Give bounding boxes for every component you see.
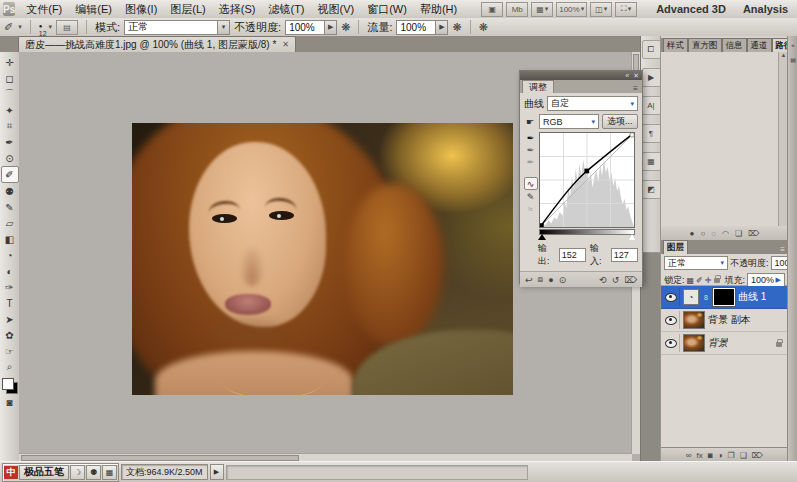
delete-adjustment-icon[interactable]: ⌦	[624, 275, 637, 285]
pen-tool-icon[interactable]: ✑	[1, 279, 18, 295]
menu-edit[interactable]: 编辑(E)	[69, 1, 118, 18]
add-layer-mask-icon[interactable]: ◙	[708, 451, 713, 460]
curves-preset-select[interactable]: 自定▾	[547, 96, 638, 111]
lock-pixels-icon[interactable]: ✐	[696, 276, 703, 285]
tab-adjustments[interactable]: 调整	[522, 80, 554, 93]
dodge-tool-icon[interactable]: ◐	[1, 263, 18, 279]
ime-name[interactable]: 极品五笔	[19, 465, 69, 480]
menu-image[interactable]: 图像(I)	[119, 1, 163, 18]
channel-select[interactable]: RGB▾	[539, 114, 599, 129]
layer-comps-panel-icon[interactable]: ▦	[642, 152, 661, 171]
menu-file[interactable]: 文件(F)	[20, 1, 68, 18]
paths-panel-body[interactable]: ▲	[661, 52, 788, 227]
path-selection-tool-icon[interactable]: ➤	[1, 311, 18, 327]
menu-help[interactable]: 帮助(H)	[414, 1, 463, 18]
layer-row-background[interactable]: 背景	[661, 332, 788, 355]
dock-panel-icon[interactable]: ▤	[790, 56, 796, 63]
collapse-dock-icon[interactable]: «	[791, 42, 794, 48]
close-panel-icon[interactable]: ✕	[633, 72, 639, 79]
layer-name[interactable]: 背景	[708, 336, 728, 350]
gray-point-eyedropper-icon[interactable]: ✒	[525, 144, 537, 155]
ime-language-icon[interactable]: 中	[4, 466, 18, 479]
eraser-tool-icon[interactable]: ▱	[1, 215, 18, 231]
menu-filter[interactable]: 滤镜(T)	[262, 1, 310, 18]
lock-all-icon[interactable]	[714, 278, 720, 283]
actions-panel-icon[interactable]: ▶	[642, 68, 661, 87]
tab-styles[interactable]: 样式	[663, 38, 688, 52]
launch-bridge-icon[interactable]: ▣	[481, 2, 503, 17]
status-options-arrow-icon[interactable]: ▶	[210, 464, 224, 480]
ime-punct-icon[interactable]: ⚉	[86, 465, 101, 480]
gradient-tool-icon[interactable]: ◧	[1, 231, 18, 247]
targeted-adjustment-icon[interactable]: ☛	[524, 116, 536, 127]
blur-tool-icon[interactable]: ◔	[1, 247, 18, 263]
menu-view[interactable]: 视图(V)	[312, 1, 361, 18]
opacity-input[interactable]: 100%	[285, 20, 325, 35]
reset-adjustment-icon[interactable]: ↺	[612, 275, 620, 285]
close-document-icon[interactable]: ✕	[282, 40, 289, 49]
color-panel-icon[interactable]: ◩	[642, 180, 661, 199]
white-point-eyedropper-icon[interactable]: ✒	[525, 156, 537, 167]
clip-to-layer-icon[interactable]: ⧈	[538, 274, 544, 285]
move-tool-icon[interactable]: ✛	[1, 54, 18, 70]
output-value-field[interactable]: 152	[559, 248, 586, 262]
ime-keyboard-icon[interactable]: ▦	[102, 465, 117, 480]
layer-mask-thumbnail[interactable]	[713, 288, 735, 306]
stroke-path-icon[interactable]: ○	[700, 229, 705, 238]
quick-mask-mode-icon[interactable]: ◙	[1, 394, 18, 410]
new-group-icon[interactable]: ❐	[727, 451, 734, 460]
input-value-field[interactable]: 127	[611, 248, 638, 262]
marquee-tool-icon[interactable]: ◻	[1, 70, 18, 86]
draw-curve-pencil-icon[interactable]: ✎	[525, 191, 537, 202]
visibility-toggle[interactable]	[663, 311, 680, 329]
new-path-icon[interactable]: ❏	[735, 229, 742, 238]
layer-name[interactable]: 曲线 1	[738, 290, 766, 304]
hand-tool-icon[interactable]: ☞	[1, 343, 18, 359]
color-swatches[interactable]	[2, 378, 18, 394]
document-tab[interactable]: 磨皮——挑战高难度1.jpg @ 100% (曲线 1, 图层蒙版/8) * ✕	[18, 36, 296, 52]
airbrush-opacity-icon[interactable]: ❋	[341, 21, 350, 34]
lock-position-icon[interactable]: ✛	[705, 276, 712, 285]
black-point-eyedropper-icon[interactable]: ✒	[525, 132, 537, 143]
layer-row-curves-1[interactable]: ◔ 8 曲线 1	[661, 286, 788, 309]
zoom-tool-icon[interactable]: ⌕	[1, 359, 18, 375]
opacity-arrow-icon[interactable]: ▶	[325, 20, 337, 35]
menu-window[interactable]: 窗口(W)	[361, 1, 413, 18]
paragraph-panel-icon[interactable]: ¶	[642, 124, 661, 143]
document-image[interactable]	[132, 123, 513, 395]
workspace-analysis[interactable]: Analysis	[735, 2, 796, 16]
blend-mode-select[interactable]: 正常	[124, 20, 218, 35]
flow-arrow-icon[interactable]: ▶	[436, 20, 448, 35]
mini-bridge-icon[interactable]: Mb	[506, 2, 528, 17]
tab-layers[interactable]: 图层	[663, 240, 688, 254]
load-path-as-selection-icon[interactable]: ◌	[711, 229, 716, 238]
menu-select[interactable]: 选择(S)	[213, 1, 262, 18]
layer-thumbnail[interactable]	[683, 334, 705, 352]
link-layers-icon[interactable]: ∞	[686, 451, 692, 460]
airbrush-mode-icon[interactable]: ❋	[479, 21, 488, 34]
visibility-toggle[interactable]	[663, 334, 680, 352]
smooth-curve-icon[interactable]: ≈	[525, 203, 537, 214]
layer-style-icon[interactable]: fx	[697, 451, 703, 460]
curves-options-button[interactable]: 选项...	[602, 114, 638, 129]
workspace-advanced-3d[interactable]: Advanced 3D	[648, 2, 734, 16]
fill-path-icon[interactable]: ●	[690, 229, 695, 238]
tab-info[interactable]: 信息	[722, 38, 747, 52]
delete-layer-icon[interactable]: ⌦	[752, 451, 763, 460]
arrange-documents-icon[interactable]: ◫▾	[590, 2, 612, 17]
eyedropper-tool-icon[interactable]: ✒	[1, 134, 18, 150]
return-to-adjustment-list-icon[interactable]: ↩	[525, 275, 533, 285]
brush-tool-icon[interactable]: ✐	[1, 166, 19, 183]
new-adjustment-layer-icon[interactable]: ◑	[718, 451, 723, 460]
healing-brush-tool-icon[interactable]: ⊙	[1, 150, 18, 166]
character-panel-icon[interactable]: A|	[642, 96, 661, 115]
clone-stamp-tool-icon[interactable]: ⚉	[1, 183, 18, 199]
edit-points-curve-icon[interactable]: ∿	[524, 177, 538, 190]
custom-shape-tool-icon[interactable]: ✿	[1, 327, 18, 343]
screen-mode-icon[interactable]: ⛶▾	[615, 2, 637, 17]
chevron-down-icon[interactable]: ▾	[18, 23, 22, 31]
curves-adjustment-thumbnail[interactable]: ◔	[683, 289, 699, 305]
layer-thumbnail[interactable]	[683, 311, 705, 329]
brush-tool-icon[interactable]: ✐	[4, 21, 13, 34]
make-work-path-icon[interactable]: ◠	[722, 229, 729, 238]
